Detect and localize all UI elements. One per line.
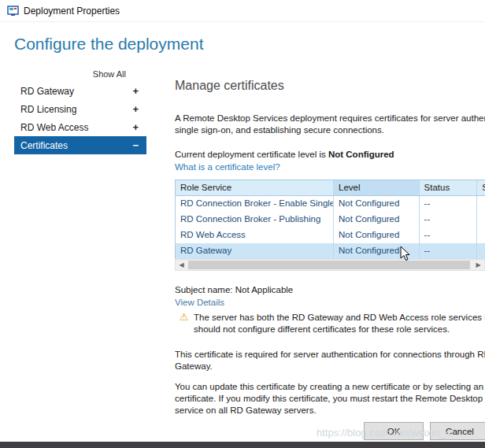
sidebar-item-rd-web-access[interactable]: RD Web Access +: [14, 118, 146, 136]
warning-line-2: should not configure different certifica…: [194, 324, 450, 334]
cell-role-service: RD Web Access: [176, 228, 334, 243]
table-horizontal-scrollbar[interactable]: ◀ ▶: [175, 259, 485, 271]
intro-line-1: A Remote Desktop Services deployment req…: [175, 113, 485, 123]
deployment-properties-window: Deployment Properties Configure the depl…: [0, 0, 485, 448]
title-bar[interactable]: Deployment Properties: [0, 0, 485, 22]
sidebar-item-rd-gateway[interactable]: RD Gateway +: [14, 82, 146, 100]
cell-state: [477, 243, 485, 259]
sidebar-item-certificates[interactable]: Certificates −: [14, 136, 146, 154]
sidebar-item-label: RD Web Access: [20, 122, 88, 133]
collapse-icon[interactable]: −: [132, 139, 139, 151]
update-cert-line-2: certificate. If you modify this certific…: [175, 394, 485, 403]
app-icon: [7, 5, 20, 17]
certificate-level-status: Current deployment certificate level is …: [175, 150, 394, 159]
cell-role-service: RD Connection Broker - Publishing: [176, 212, 334, 228]
cell-status: --: [420, 243, 478, 259]
column-header-role-service[interactable]: Role Service: [176, 180, 334, 195]
cell-state: [477, 196, 485, 212]
cell-status: --: [420, 212, 478, 228]
table-row-connection-broker-sso[interactable]: RD Connection Broker - Enable Single Sig…: [176, 196, 485, 212]
warning-line-1: The server has both the RD Gateway and R…: [194, 313, 485, 322]
scroll-right-icon[interactable]: ▶: [472, 260, 484, 270]
view-details-link[interactable]: View Details: [175, 298, 224, 307]
cell-role-service: RD Connection Broker - Enable Single Sig…: [176, 196, 334, 212]
page-title: Configure the deployment: [14, 35, 204, 54]
cancel-button[interactable]: Cancel: [430, 422, 485, 440]
section-title: Manage certificates: [175, 79, 284, 93]
cell-level: Not Configured: [334, 212, 420, 228]
intro-line-2: single sign-on, and establishing secure …: [175, 125, 384, 135]
table-row-rd-gateway[interactable]: RD Gateway Not Configured --: [176, 243, 485, 259]
expand-icon[interactable]: +: [132, 121, 139, 133]
scrollbar-thumb[interactable]: [188, 261, 470, 269]
update-cert-line-1: You can update this certificate by creat…: [175, 382, 485, 391]
expand-icon[interactable]: +: [132, 85, 139, 97]
window-title: Deployment Properties: [24, 6, 120, 17]
subject-name-line: Subject name: Not Applicable: [175, 285, 293, 294]
sidebar-nav: RD Gateway + RD Licensing + RD Web Acces…: [14, 82, 146, 154]
show-all-link[interactable]: Show All: [14, 69, 126, 79]
sidebar-item-label: RD Gateway: [20, 86, 74, 97]
cell-state: [477, 212, 485, 228]
cell-state: [477, 228, 485, 243]
table-header-row: Role Service Level Status State: [176, 180, 485, 196]
certificate-level-help-link[interactable]: What is a certificate level?: [175, 162, 280, 172]
column-header-state[interactable]: State: [477, 180, 485, 195]
scroll-left-icon[interactable]: ◀: [176, 260, 187, 270]
sidebar-item-label: RD Licensing: [20, 104, 76, 115]
table-row-connection-broker-publishing[interactable]: RD Connection Broker - Publishing Not Co…: [176, 212, 485, 228]
cell-role-service: RD Gateway: [176, 243, 334, 259]
cell-level: Not Configured: [334, 243, 420, 259]
certificates-table: Role Service Level Status State RD Conne…: [175, 180, 485, 260]
column-header-status[interactable]: Status: [420, 180, 478, 195]
column-header-level[interactable]: Level: [334, 180, 420, 195]
level-status-prefix: Current deployment certificate level is: [175, 150, 328, 159]
cert-required-line-2: Gateway.: [175, 361, 213, 371]
cell-level: Not Configured: [334, 196, 420, 212]
sidebar-item-label: Certificates: [20, 140, 68, 151]
warning-icon: ⚠: [180, 311, 189, 323]
update-cert-line-3: service on all RD Gateway servers.: [175, 405, 317, 415]
cell-status: --: [420, 196, 478, 212]
sidebar-item-rd-licensing[interactable]: RD Licensing +: [14, 100, 146, 118]
table-row-rd-web-access[interactable]: RD Web Access Not Configured --: [176, 228, 485, 243]
cell-level: Not Configured: [334, 228, 420, 243]
cert-required-line-1: This certificate is required for server …: [175, 350, 485, 359]
cell-status: --: [420, 228, 478, 243]
ok-button[interactable]: OK: [364, 422, 424, 440]
bottom-edge-strip: [0, 442, 485, 448]
level-status-value: Not Configured: [328, 150, 394, 159]
expand-icon[interactable]: +: [132, 103, 139, 115]
